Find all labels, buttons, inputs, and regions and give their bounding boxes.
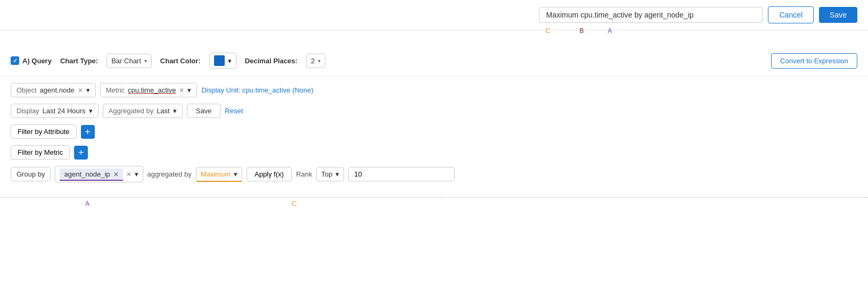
object-metric-row: Object agent.node ✕ ▾ Metric cpu.time_ac… <box>11 83 857 97</box>
bottom-label-c: C <box>292 200 297 207</box>
filter-attribute-add-button[interactable]: + <box>81 125 95 139</box>
query-checkbox-label[interactable]: ✓ A) Query <box>11 56 52 65</box>
chart-type-select[interactable]: Bar Chart ▾ <box>107 54 152 68</box>
top-value: Top <box>321 170 332 178</box>
object-clear-icon[interactable]: ✕ <box>78 87 83 94</box>
filter-attribute-button[interactable]: Filter by Attribute <box>11 124 77 139</box>
group-tag-remove-icon[interactable]: ✕ <box>113 171 119 178</box>
filter-metric-button[interactable]: Filter by Metric <box>11 145 70 160</box>
label-b: B <box>579 27 584 35</box>
decimal-places-select[interactable]: 2 ▾ <box>306 54 325 68</box>
chart-type-arrow-icon: ▾ <box>144 58 147 64</box>
display-unit-link[interactable]: Display Unit: cpu.time_active (None) <box>201 86 313 94</box>
color-arrow-icon: ▾ <box>228 57 232 65</box>
object-value: agent.node <box>40 86 75 94</box>
decimal-places-label: Decimal Places: <box>245 57 298 65</box>
reset-button[interactable]: Reset <box>225 107 243 115</box>
metric-label: Metric <box>106 86 125 94</box>
top-bar: C B A Cancel Save <box>0 0 868 30</box>
aggregated-arrow-icon[interactable]: ▾ <box>173 107 177 115</box>
object-label: Object <box>17 86 37 94</box>
label-c: C <box>545 27 550 35</box>
aggregated-by-value: Maximum <box>201 170 231 178</box>
bottom-label-a: A <box>85 200 89 207</box>
filter-attribute-row: Filter by Attribute + <box>11 124 857 139</box>
metric-clear-icon[interactable]: ✕ <box>179 87 184 94</box>
metric-arrow-icon[interactable]: ▾ <box>187 86 191 94</box>
display-label: Display <box>17 107 39 115</box>
query-row: ✓ A) Query Chart Type: Bar Chart ▾ Chart… <box>0 45 868 77</box>
save-small-button[interactable]: Save <box>187 104 221 118</box>
top-select[interactable]: Top ▾ <box>316 167 344 181</box>
display-pill: Display Last 24 Hours ▾ <box>11 104 99 118</box>
apply-fx-button[interactable]: Apply f(x) <box>247 167 292 181</box>
rank-label: Rank <box>296 170 312 178</box>
display-row: Display Last 24 Hours ▾ Aggregated by La… <box>11 104 857 118</box>
save-main-button[interactable]: Save <box>819 7 857 23</box>
top-arrow-icon: ▾ <box>335 170 339 178</box>
display-arrow-icon[interactable]: ▾ <box>89 107 93 115</box>
group-by-field[interactable]: agent_node_ip ✕ ✕ ▾ <box>55 166 143 182</box>
metric-value: cpu.time_active <box>128 86 176 94</box>
aggregated-by-select[interactable]: Maximum ▾ <box>196 167 242 181</box>
title-labels: C B A <box>545 27 612 35</box>
chart-type-label: Chart Type: <box>60 57 98 65</box>
convert-to-expression-button[interactable]: Convert to Expression <box>771 53 857 69</box>
label-a: A <box>608 27 612 35</box>
metric-pill: Metric cpu.time_active ✕ ▾ <box>100 83 198 97</box>
group-field-clear-icon[interactable]: ✕ <box>126 171 132 178</box>
group-by-row: Group by agent_node_ip ✕ ✕ ▾ aggregated … <box>11 166 857 182</box>
filter-metric-add-button[interactable]: + <box>74 146 88 160</box>
group-by-label-pill: Group by <box>11 167 51 181</box>
aggregated-by-label: aggregated by <box>148 170 192 178</box>
aggregated-by-arrow-icon: ▾ <box>234 170 238 178</box>
object-arrow-icon[interactable]: ▾ <box>86 86 90 94</box>
query-label: A) Query <box>22 57 52 65</box>
aggregated-label: Aggregated by <box>109 107 154 115</box>
aggregated-value: Last <box>157 107 170 115</box>
cancel-button[interactable]: Cancel <box>768 6 814 23</box>
decimal-places-value: 2 <box>311 57 315 65</box>
group-field-arrow-icon[interactable]: ▾ <box>135 170 138 178</box>
aggregated-pill: Aggregated by Last ▾ <box>103 104 183 118</box>
group-by-label: Group by <box>17 170 45 178</box>
config-rows: Object agent.node ✕ ▾ Metric cpu.time_ac… <box>0 77 868 189</box>
filter-metric-row: Filter by Metric + <box>11 145 857 160</box>
bottom-labels: A C <box>0 198 868 210</box>
object-pill: Object agent.node ✕ ▾ <box>11 83 96 97</box>
chart-title-input[interactable] <box>539 7 763 23</box>
top-number-input[interactable] <box>348 167 455 181</box>
chart-type-value: Bar Chart <box>111 57 141 65</box>
group-tag-value: agent_node_ip <box>64 170 110 178</box>
chart-color-select[interactable]: ▾ <box>209 53 236 69</box>
title-wrapper: C B A <box>539 7 763 23</box>
group-by-tag: agent_node_ip ✕ <box>60 169 122 180</box>
color-swatch <box>214 55 225 66</box>
decimal-places-arrow-icon: ▾ <box>318 58 321 64</box>
display-value: Last 24 Hours <box>43 107 86 115</box>
chart-color-label: Chart Color: <box>160 57 201 65</box>
query-checkbox[interactable]: ✓ <box>11 56 19 65</box>
